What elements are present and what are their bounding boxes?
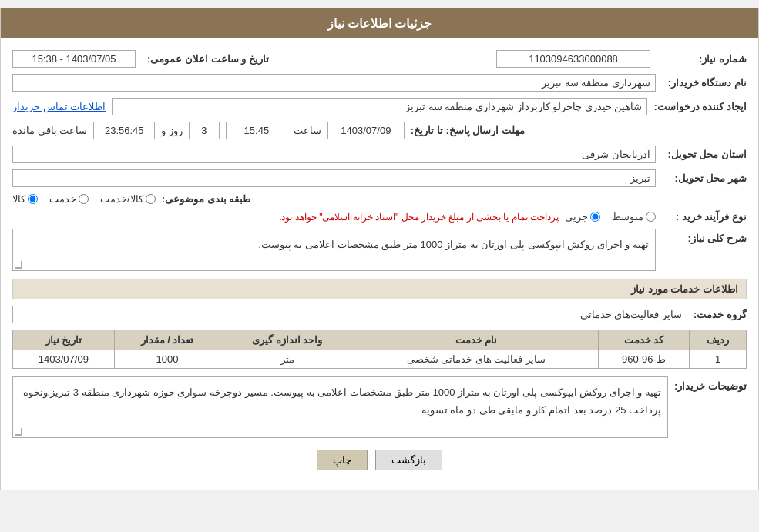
buyer-name-label: نام دستگاه خریدار: [662, 77, 747, 89]
purchase-jozii-input[interactable] [590, 212, 600, 222]
category-radio-kala[interactable]: کالا [12, 193, 38, 205]
table-cell-date: 1403/07/09 [13, 350, 115, 369]
buyer-notes-label: توضیحات خریدار: [674, 376, 747, 392]
province-value: آذربایجان شرقی [12, 146, 656, 163]
description-text: تهیه و اجرای روکش ایپوکسی پلی اورتان به … [258, 239, 649, 250]
buyer-name-value: شهرداری منطقه سه تبریز [12, 74, 656, 92]
province-label: استان محل تحویل: [662, 149, 747, 160]
purchase-radio-motavasset[interactable]: متوسط [612, 211, 656, 223]
need-number-label: شماره نیاز: [662, 53, 747, 65]
purchase-jozii-label: جزیی [565, 211, 588, 223]
category-khadmat-input[interactable] [79, 194, 89, 204]
announce-label: تاریخ و ساعت اعلان عمومی: [147, 53, 269, 65]
purchase-type-label: نوع فرآیند خرید : [662, 211, 747, 223]
page-title: جزئیات اطلاعات نیاز [327, 17, 432, 30]
deadline-time: 15:45 [226, 122, 287, 139]
buttons-row: بازگشت چاپ [12, 450, 747, 470]
table-row: 1ط-96-960سایر فعالیت های خدماتی شخصیمتر1… [13, 350, 747, 369]
category-radio-khadmat[interactable]: خدمت [49, 193, 89, 205]
description-label: شرح کلی نیاز: [662, 229, 747, 244]
service-group-value: سایر فعالیت‌های خدماتی [12, 306, 687, 323]
purchase-radio-group: متوسط جزیی [565, 211, 656, 223]
announce-value: 1403/07/05 - 15:38 [12, 50, 136, 68]
description-box: تهیه و اجرای روکش ایپوکسی پلی اورتان به … [12, 229, 656, 271]
category-radio-kala-khadmat[interactable]: کالا/خدمت [100, 193, 156, 205]
purchase-motavasset-input[interactable] [646, 212, 656, 222]
category-radio-group: کالا/خدمت خدمت کالا [12, 193, 156, 205]
col-rownum: ردیف [690, 330, 747, 350]
creator-label: ایجاد کننده درخواست: [653, 101, 747, 112]
description-resize-handle [15, 261, 22, 269]
category-kala-khadmat-label: کالا/خدمت [100, 193, 143, 205]
category-khadmat-label: خدمت [49, 193, 76, 205]
services-section-title: اطلاعات خدمات مورد نیاز [12, 279, 747, 299]
deadline-days: 3 [189, 122, 220, 139]
purchase-radio-jozii[interactable]: جزیی [565, 211, 600, 223]
purchase-motavasset-label: متوسط [612, 211, 643, 223]
category-kala-label: کالا [12, 193, 25, 205]
deadline-days-label: روز و [161, 125, 183, 136]
services-table: ردیف کد خدمت نام خدمت واحد اندازه گیری ت… [12, 330, 747, 369]
deadline-countdown: 23:56:45 [93, 122, 155, 139]
deadline-countdown-label: ساعت باقی مانده [12, 125, 87, 136]
col-code: کد خدمت [598, 330, 689, 350]
table-cell-service_name: سایر فعالیت های خدماتی شخصی [354, 350, 599, 369]
col-name: نام خدمت [354, 330, 599, 350]
buyer-notes-box: تهیه و اجرای روکش ایپوکسی پلی اورتان به … [12, 376, 668, 438]
deadline-label: مهلت ارسال پاسخ: تا تاریخ: [411, 125, 525, 136]
col-unit: واحد اندازه گیری [220, 330, 354, 350]
creator-link[interactable]: اطلاعات تماس خریدار [12, 101, 106, 112]
city-value: تبریز [12, 169, 656, 187]
page-header: جزئیات اطلاعات نیاز [1, 8, 758, 38]
table-cell-service_code: ط-96-960 [598, 350, 689, 369]
buyer-notes-text: تهیه و اجرای روکش ایپوکسی پلی اورتان به … [23, 386, 661, 416]
col-date: تاریخ نیاز [13, 330, 115, 350]
buyer-notes-resize-handle [15, 428, 22, 436]
deadline-date: 1403/07/09 [327, 122, 405, 139]
print-button[interactable]: چاپ [317, 450, 368, 470]
creator-value: شاهین حیدری چاخرلو کاربرداز شهرداری منطق… [112, 98, 647, 115]
category-kala-input[interactable] [28, 194, 38, 204]
deadline-time-label: ساعت [294, 125, 321, 136]
table-cell-quantity: 1000 [114, 350, 220, 369]
need-number-value: 1103094633000088 [496, 50, 650, 68]
city-label: شهر محل تحویل: [662, 172, 747, 184]
col-qty: تعداد / مقدار [114, 330, 220, 350]
service-group-label: گروه خدمت: [694, 309, 747, 320]
category-kala-khadmat-input[interactable] [146, 194, 156, 204]
table-cell-row_num: 1 [690, 350, 747, 369]
category-label: طبقه بندی موضوعی: [162, 193, 251, 205]
back-button[interactable]: بازگشت [375, 450, 442, 470]
table-cell-unit: متر [220, 350, 354, 369]
purchase-notice: پرداخت تمام یا بخشی از مبلغ خریدار محل "… [12, 212, 559, 223]
